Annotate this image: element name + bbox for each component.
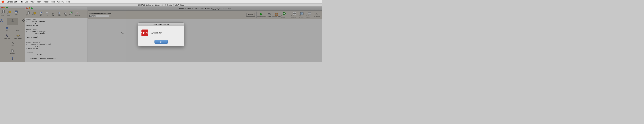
stop-icon: STOP (142, 30, 148, 36)
menu-tools[interactable]: Tools (51, 1, 55, 3)
apple-menu[interactable]: 🍎 (1, 0, 4, 3)
stop-text: STOP (141, 31, 148, 35)
menu-window[interactable]: Window (58, 1, 64, 3)
stella-top-bar: C-ROADS Carbon and Climate v5_7_3 tf.xmi… (0, 4, 322, 6)
menu-help[interactable]: Help (66, 1, 70, 3)
modal-titlebar: Stop from Vensim (138, 22, 184, 26)
main-container: New Model Open Model Save Print (0, 6, 322, 62)
syntax-error-text: Syntax Error. (151, 32, 162, 34)
modal-message: Syntax Error. (151, 32, 162, 34)
modal-body: STOP Syntax Error. (138, 26, 184, 39)
menu-file[interactable]: File (20, 1, 23, 3)
menu-model[interactable]: Model (44, 1, 48, 3)
modal-overlay: Stop from Vensim STOP Syntax Error. OK (0, 6, 322, 62)
modal-title: Stop from Vensim (153, 24, 169, 26)
modal-footer: OK (138, 39, 184, 46)
menu-edit[interactable]: Edit (25, 1, 28, 3)
stop-dialog: Stop from Vensim STOP Syntax Error. OK (138, 22, 184, 46)
stella-panel: Model: C-ROADS Carbon and Climate v5_7_3… (88, 6, 322, 62)
stella-top-title: C-ROADS Carbon and Climate v5_7_3 tf.xmi… (138, 4, 184, 6)
menu-bar: 🍎 Vensim DSS File Edit View Insert Model… (0, 0, 322, 4)
menu-insert[interactable]: Insert (37, 1, 42, 3)
ok-button[interactable]: OK (154, 40, 168, 44)
menu-items: File Edit View Insert Model Tools Window… (20, 1, 70, 3)
menu-view[interactable]: View (30, 1, 34, 3)
app-name: Vensim DSS (7, 1, 18, 3)
